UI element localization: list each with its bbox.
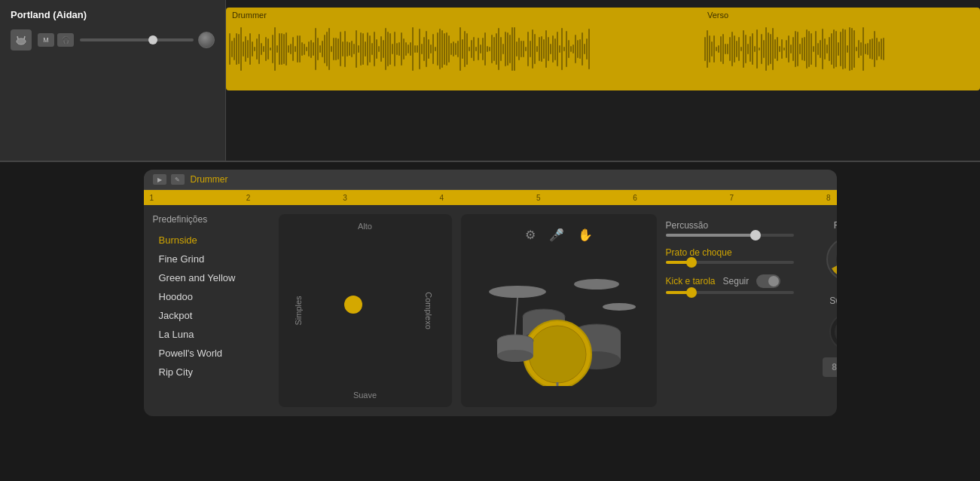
track-buttons: M 🎧	[38, 33, 74, 47]
swing-section: Swing 🔒 8 16	[803, 296, 837, 377]
svg-point-5	[574, 279, 619, 290]
pan-knob[interactable]	[198, 32, 215, 48]
swing-label: Swing	[829, 296, 836, 306]
top-section: Portland (Aidan) M 🎧	[0, 0, 980, 162]
xy-label-simples: Simples	[293, 296, 302, 325]
svg-line-2	[17, 36, 18, 39]
drummer-editor-header: ▶ ✎ Drummer	[144, 170, 837, 190]
svg-line-3	[24, 36, 25, 39]
xy-label-complexo: Complexo	[424, 292, 433, 329]
volume-thumb	[148, 35, 157, 44]
preset-jackpot[interactable]: Jackpot	[153, 306, 270, 325]
ruler-mark-4: 4	[440, 194, 444, 202]
hand-icon[interactable]: ✋	[578, 228, 593, 242]
beat-8-button[interactable]: 8	[823, 357, 837, 377]
volume-slider-container	[80, 32, 215, 48]
ruler-mark-3: 3	[343, 194, 347, 202]
beat-buttons: 8 16	[823, 357, 837, 377]
region-verso[interactable]: Verso	[701, 8, 980, 90]
preset-hoodoo[interactable]: Hoodoo	[153, 287, 270, 306]
fills-knob[interactable]	[824, 235, 837, 283]
xy-pad[interactable]: Alto Suave Simples Complexo	[279, 214, 452, 407]
track-title: Portland (Aidan)	[11, 9, 215, 20]
percussao-label: Percussão	[666, 220, 794, 231]
drummer-editor: ▶ ✎ Drummer 1 2 3 4 5 6 7 8 Predefiniçõe…	[144, 170, 837, 416]
svg-point-6	[603, 303, 636, 311]
volume-slider[interactable]	[80, 38, 194, 41]
track-timeline: Drummer Verso	[226, 0, 980, 161]
track-controls: M 🎧	[11, 29, 215, 51]
mute-button[interactable]: M	[38, 33, 54, 47]
presets-panel: Predefinições Burnside Fine Grind Green …	[153, 214, 270, 407]
kick-control: Kick e tarola Seguir	[666, 274, 794, 294]
ruler-marks: 1 2 3 4 5 6 7 8	[150, 194, 831, 202]
prato-label: Prato de choque	[666, 247, 794, 258]
drummer-icon	[11, 29, 32, 51]
bottom-section: ▶ ✎ Drummer 1 2 3 4 5 6 7 8 Predefiniçõe…	[0, 162, 980, 481]
prato-control: Prato de choque	[666, 247, 794, 264]
xy-label-suave: Suave	[353, 391, 377, 400]
headphone-button[interactable]: 🎧	[57, 33, 74, 47]
percussao-control: Percussão	[666, 220, 794, 237]
toggle-thumb	[768, 276, 779, 286]
drummer-icon-btn[interactable]: ▶	[153, 174, 166, 185]
ruler-mark-2: 2	[246, 194, 251, 202]
swing-knob[interactable]	[827, 311, 837, 353]
region-verso-label: Verso	[707, 11, 728, 20]
drummer-ruler: 1 2 3 4 5 6 7 8	[144, 190, 837, 205]
percussao-slider[interactable]	[666, 234, 794, 237]
waveform-verso	[701, 8, 980, 90]
kick-slider[interactable]	[666, 291, 794, 294]
drummer-edit-btn[interactable]: ✎	[171, 174, 185, 185]
preset-burnside[interactable]: Burnside	[153, 231, 270, 250]
header-icons: ▶ ✎	[153, 174, 185, 185]
preset-laluna[interactable]: La Luna	[153, 325, 270, 344]
svg-point-20	[827, 238, 837, 280]
seguir-label: Seguir	[723, 276, 750, 286]
ruler-mark-6: 6	[633, 194, 637, 202]
preset-finegrind[interactable]: Fine Grind	[153, 250, 270, 268]
drummer-content: Predefinições Burnside Fine Grind Green …	[144, 205, 837, 416]
ruler-mark-1: 1	[150, 194, 154, 202]
right-panel: Fills 🔒 Swing	[803, 214, 837, 407]
xy-dot[interactable]	[344, 296, 362, 314]
swing-label-row: Swing 🔒	[803, 296, 837, 306]
fills-label-row: Fills 🔒	[803, 220, 837, 231]
presets-title: Predefinições	[153, 214, 270, 225]
fills-section: Fills 🔒	[803, 220, 837, 283]
preset-powellsworld[interactable]: Powell's World	[153, 344, 270, 363]
ruler-mark-8: 8	[826, 194, 831, 202]
svg-point-4	[489, 286, 546, 298]
seguir-toggle[interactable]	[756, 274, 780, 288]
svg-point-18	[497, 350, 533, 362]
drum-kit-svg	[476, 235, 642, 386]
drum-kit-panel: ⚙ 🎤 ✋	[461, 214, 657, 407]
controls-panel: Percussão Prato de choque	[666, 214, 794, 407]
kick-label: Kick e tarola	[666, 276, 716, 286]
preset-greenandyellow[interactable]: Green and Yellow	[153, 268, 270, 287]
svg-point-15	[529, 326, 586, 383]
drummer-editor-title: Drummer	[191, 174, 228, 185]
prato-slider[interactable]	[666, 261, 794, 264]
kick-row: Kick e tarola Seguir	[666, 274, 794, 288]
ruler-mark-5: 5	[536, 194, 541, 202]
track-header: Portland (Aidan) M 🎧	[0, 0, 226, 161]
ruler-mark-7: 7	[730, 194, 734, 202]
fills-label: Fills	[834, 220, 837, 231]
region-drummer-label: Drummer	[232, 11, 267, 20]
xy-label-alto: Alto	[358, 222, 372, 231]
preset-ripcity[interactable]: Rip City	[153, 363, 270, 381]
hihat-icon[interactable]: ⚙	[525, 228, 536, 242]
drum-icons-row: ⚙ 🎤 ✋	[525, 228, 593, 242]
mic-icon[interactable]: 🎤	[549, 228, 564, 242]
